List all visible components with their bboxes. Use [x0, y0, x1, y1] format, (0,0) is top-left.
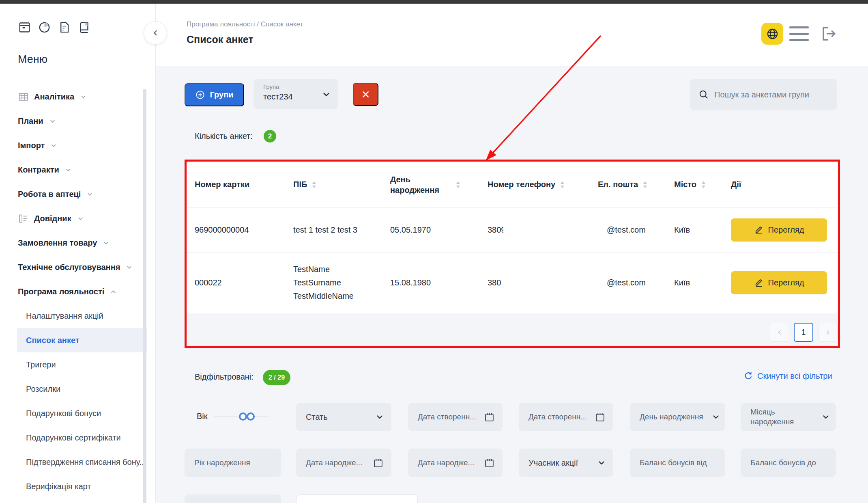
sidebar-item-directory[interactable]: Довідник [18, 206, 140, 231]
pie-chart-icon[interactable] [38, 21, 51, 34]
view-button-label: Перегляд [768, 225, 804, 235]
archive-box-icon[interactable] [18, 21, 31, 34]
sidebar-item-import[interactable]: Імпорт [18, 133, 140, 158]
cell-actions: Перегляд [731, 218, 838, 242]
sidebar-collapse-button[interactable] [144, 21, 167, 45]
chevron-down-icon [822, 413, 829, 421]
age-slider-handle-max[interactable] [247, 412, 255, 421]
column-header-card-number: Номер картки [195, 180, 293, 189]
filter-partial-left[interactable] [185, 494, 281, 503]
subitem-label: Подарункові сертифікати [26, 433, 121, 443]
sidebar-item-label: Довідник [34, 214, 71, 223]
gender-filter-select[interactable]: Стать [296, 403, 391, 431]
sidebar-scrollbar[interactable] [143, 89, 146, 503]
view-button-label: Перегляд [768, 278, 804, 287]
sidebar-subitem-gift-certificates[interactable]: Подарункові сертифікати [0, 425, 147, 450]
birth-month-filter-select[interactable]: Місяць народження [741, 403, 836, 431]
chevron-down-icon [80, 94, 86, 100]
pagination-prev-button[interactable] [770, 323, 789, 342]
clear-group-filter-button[interactable] [353, 83, 378, 106]
column-header-name[interactable]: ПІБ [293, 180, 390, 189]
bonus-balance-to-label: Баланс бонусів до [750, 458, 816, 467]
sidebar-item-maintenance[interactable]: Технічне обслуговування [18, 255, 140, 279]
questionnaire-count-badge: 2 [264, 130, 276, 142]
bonus-balance-to-filter[interactable]: Баланс бонусів до [741, 449, 836, 477]
sidebar-item-label: Програма лояльності [18, 287, 104, 296]
pagination-page-1[interactable]: 1 [794, 323, 813, 342]
sort-icon[interactable] [643, 181, 647, 188]
chevron-down-icon [376, 413, 383, 421]
grid-icon [18, 91, 29, 102]
sidebar-item-loyalty-program[interactable]: Програма лояльності [18, 279, 140, 304]
sidebar-subitem-questionnaire-list[interactable]: Список анкет [17, 328, 147, 352]
search-icon [698, 89, 709, 100]
sidebar-item-plans[interactable]: Плани [18, 109, 140, 133]
chevron-down-icon [51, 142, 57, 149]
column-header-city[interactable]: Місто [674, 180, 731, 189]
group-select-label: Група [263, 83, 330, 90]
reset-all-filters-link[interactable]: Скинути всі фільтри [743, 371, 832, 381]
groups-button[interactable]: Групи [185, 83, 244, 106]
sidebar-subitem-mailings[interactable]: Розсилки [0, 377, 147, 401]
subitem-label: Верифікація карт [26, 482, 91, 491]
subitem-label: Налаштування акцій [26, 311, 103, 321]
sidebar-subitem-bonus-writeoff-confirm[interactable]: Підтвердження списання бону... [0, 450, 147, 474]
language-globe-button[interactable] [761, 23, 783, 45]
table-row[interactable]: 969000000004 test 1 test 2 test 3 05.05.… [187, 208, 838, 253]
document-icon[interactable] [58, 21, 71, 34]
view-button[interactable]: Перегляд [731, 271, 827, 294]
birth-year-filter[interactable]: Рік народження [185, 449, 281, 477]
book-icon[interactable] [77, 21, 91, 34]
column-label: Номер картки [195, 180, 249, 189]
filter-partial-right[interactable] [296, 494, 418, 503]
column-header-birthday[interactable]: День народження [390, 174, 488, 195]
birth-date-from-filter[interactable]: Дата народже... [296, 449, 391, 477]
column-label: Дії [731, 180, 741, 189]
created-date-from-filter[interactable]: Дата створенн... [408, 403, 503, 431]
loyalty-submenu: Налаштування акцій Список анкет Тригери … [0, 304, 147, 499]
created-date-to-filter[interactable]: Дата створенн... [519, 403, 613, 431]
chevron-down-icon [87, 191, 93, 197]
chevron-left-icon [776, 329, 783, 336]
sort-icon[interactable] [701, 181, 706, 188]
birth-date-to-filter[interactable]: Дата народже... [408, 449, 503, 477]
pagination-next-button[interactable] [818, 323, 838, 342]
sidebar-item-contracts[interactable]: Контракти [18, 158, 140, 182]
view-button[interactable]: Перегляд [731, 218, 827, 242]
promo-participant-filter-select[interactable]: Учасник акції [519, 449, 613, 477]
sidebar-subitem-triggers[interactable]: Тригери [0, 352, 147, 377]
sidebar-subitem-gift-bonuses[interactable]: Подарункові бонуси [0, 401, 147, 425]
birthday-filter-select[interactable]: День народження [630, 403, 725, 431]
plus-circle-icon [195, 90, 205, 100]
phone-value: 3809 [488, 225, 503, 235]
column-label: День народження [390, 174, 451, 195]
questionnaire-count-label: Кількість анкет: [195, 132, 253, 141]
top-dark-strip [0, 0, 868, 4]
edit-pencil-icon [754, 225, 763, 235]
sidebar-item-analytics[interactable]: Аналітика [18, 84, 140, 109]
table-row[interactable]: 000022 TestName TestSurname TestMiddleNa… [187, 253, 838, 313]
column-header-email[interactable]: Ел. пошта [598, 180, 674, 189]
sidebar-subitem-card-verification[interactable]: Верифікація карт [0, 474, 147, 499]
logout-button[interactable] [818, 23, 839, 44]
groups-button-label: Групи [210, 90, 233, 99]
sort-icon[interactable] [456, 181, 460, 188]
subitem-label: Список анкет [26, 336, 79, 345]
age-slider-handle-min[interactable] [239, 412, 247, 421]
menu-burger-button[interactable] [789, 26, 810, 42]
column-header-phone[interactable]: Номер телефону [488, 180, 598, 189]
subitem-label: Підтвердження списання бону... [26, 458, 146, 467]
chevron-up-icon [110, 289, 116, 295]
sidebar-item-product-orders[interactable]: Замовлення товару [18, 231, 140, 255]
sidebar-item-pharmacy-work[interactable]: Робота в аптеці [18, 182, 140, 206]
sidebar-subitem-promo-settings[interactable]: Налаштування акцій [0, 304, 147, 328]
sort-icon[interactable] [312, 181, 316, 188]
group-select[interactable]: Група тест234 [254, 79, 338, 109]
age-filter-label: Вік [197, 412, 208, 421]
column-header-actions: Дії [731, 180, 838, 189]
sort-icon[interactable] [560, 181, 565, 188]
search-input[interactable] [714, 90, 829, 99]
bonus-balance-from-filter[interactable]: Баланс бонусів від [630, 449, 725, 477]
gender-filter-label: Стать [306, 412, 328, 422]
table-header-row: Номер картки ПІБ День народження Номер т… [187, 162, 838, 208]
